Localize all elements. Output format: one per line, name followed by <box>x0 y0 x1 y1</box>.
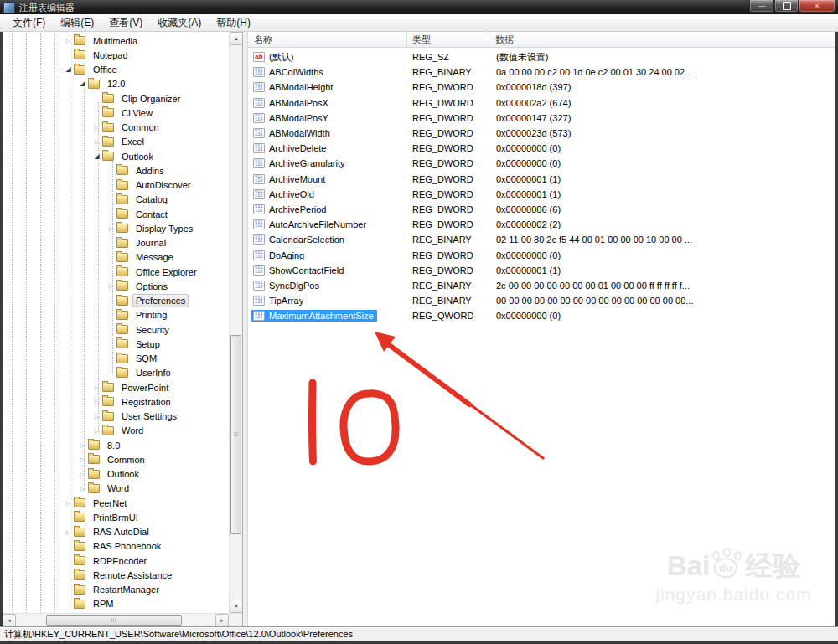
expand-collapsed-icon[interactable]: ▷ <box>91 399 102 404</box>
value-row-tiparray[interactable]: 011110TipArrayREG_BINARY00 00 00 00 00 0… <box>248 293 835 308</box>
value-row-syncdlgpos[interactable]: 011110SyncDlgPosREG_BINARY2c 00 00 00 00… <box>248 278 835 293</box>
tree-item-outlook[interactable]: ▷Outlook <box>3 467 229 482</box>
tree-horizontal-scrollbar[interactable]: ◄ ► <box>3 613 242 626</box>
scroll-right-button[interactable]: ► <box>215 614 229 626</box>
scroll-left-button[interactable]: ◄ <box>3 614 16 626</box>
expand-collapsed-icon[interactable]: ▷ <box>63 529 74 535</box>
tree-item-preferences[interactable]: Preferences <box>3 294 229 308</box>
tree-item-peernet[interactable]: ▷PeerNet <box>3 496 229 510</box>
vertical-scroll-thumb[interactable] <box>230 335 241 534</box>
value-row-abcolwidths[interactable]: 011110ABColWidthsREG_BINARY0a 00 00 00 c… <box>248 64 835 80</box>
tree-item-printbrmui[interactable]: PrintBrmUI <box>3 510 229 524</box>
value-row-archivegranularity[interactable]: 011110ArchiveGranularityREG_DWORD0x00000… <box>248 156 835 171</box>
tree-item-registration[interactable]: ▷Registration <box>3 394 229 409</box>
tree-item-excel[interactable]: ▷Excel <box>3 135 229 149</box>
tree-label: Word <box>104 482 132 495</box>
horizontal-scroll-thumb[interactable] <box>46 615 182 626</box>
expand-collapsed-icon[interactable]: ▷ <box>63 500 74 506</box>
maximize-button[interactable] <box>774 0 799 13</box>
tree-item-contact[interactable]: Contact <box>3 207 229 221</box>
tree-item-common[interactable]: ▷Common <box>3 121 229 135</box>
expand-collapsed-icon[interactable]: ▷ <box>91 384 102 390</box>
expand-collapsed-icon[interactable]: ▷ <box>91 139 102 145</box>
folder-icon <box>74 600 85 609</box>
expand-collapsed-icon[interactable]: ▷ <box>106 225 116 231</box>
value-row-archiveperiod[interactable]: 011110ArchivePeriodREG_DWORD0x00000006 (… <box>248 202 835 217</box>
column-header-type[interactable]: 类型 <box>407 32 489 47</box>
tree-item-rpm[interactable]: RPM <box>3 597 229 611</box>
expand-collapsed-icon[interactable]: ▷ <box>77 456 88 462</box>
scroll-down-button[interactable]: ▼ <box>230 600 243 613</box>
expand-collapsed-icon[interactable]: ▷ <box>91 125 102 131</box>
expand-collapsed-icon[interactable]: ▷ <box>91 414 102 420</box>
menu-item[interactable]: 文件(F) <box>5 14 53 32</box>
tree-item-autodiscover[interactable]: AutoDiscover <box>3 178 229 193</box>
tree-item-clview[interactable]: CLView <box>3 106 229 120</box>
expand-collapsed-icon[interactable]: ▷ <box>77 471 88 477</box>
value-row-abmodalwidth[interactable]: 011110ABModalWidthREG_DWORD0x0000023d (5… <box>248 126 835 141</box>
tree-item-office[interactable]: ◢Office <box>3 63 229 77</box>
value-row-abmodalheight[interactable]: 011110ABModalHeightREG_DWORD0x0000018d (… <box>248 80 835 95</box>
tree-item-restartmanager[interactable]: RestartManager <box>3 583 229 597</box>
folder-icon <box>88 470 100 479</box>
tree-item-security[interactable]: Security <box>3 322 229 337</box>
tree-item-journal[interactable]: Journal <box>3 236 229 250</box>
expand-expanded-icon[interactable]: ◢ <box>77 80 88 87</box>
tree-item-rdpencoder[interactable]: RDPEncoder <box>3 554 229 568</box>
value-row-calendarselection[interactable]: 011110CalendarSelectionREG_BINARY02 11 0… <box>248 232 835 247</box>
menu-item[interactable]: 收藏夹(A) <box>150 14 209 32</box>
tree-item-notepad[interactable]: Notepad <box>3 48 229 62</box>
value-data: 00 00 00 00 00 00 00 00 00 00 00 00 00 0… <box>489 296 835 306</box>
column-header-data[interactable]: 数据 <box>489 32 835 47</box>
value-row-archivemount[interactable]: 011110ArchiveMountREG_DWORD0x00000001 (1… <box>248 172 835 187</box>
expand-collapsed-icon[interactable]: ▷ <box>77 442 88 448</box>
tree-item-userinfo[interactable]: UserInfo <box>3 366 229 380</box>
value-row-doaging[interactable]: 011110DoAgingREG_DWORD0x00000000 (0) <box>248 247 835 262</box>
tree-item-ras-autodial[interactable]: ▷RAS AutoDial <box>3 525 229 539</box>
tree-item-common[interactable]: ▷Common <box>3 452 229 466</box>
tree-item-multimedia[interactable]: ▷Multimedia <box>3 33 229 48</box>
tree-item-options[interactable]: ▷Options <box>3 279 229 293</box>
tree-item-ras-phonebook[interactable]: RAS Phonebook <box>3 539 229 554</box>
tree-item-clip-organizer[interactable]: Clip Organizer <box>3 91 229 106</box>
expand-collapsed-icon[interactable]: ▷ <box>91 428 102 434</box>
tree-item-8-0[interactable]: ▷8.0 <box>3 438 229 452</box>
tree-item-setup[interactable]: Setup <box>3 337 229 351</box>
tree-item-powerpoint[interactable]: ▷PowerPoint <box>3 380 229 394</box>
tree-item-message[interactable]: Message <box>3 250 229 265</box>
expand-collapsed-icon[interactable]: ▷ <box>77 486 88 492</box>
menu-item[interactable]: 帮助(H) <box>209 14 258 32</box>
menu-item[interactable]: 查看(V) <box>101 14 150 32</box>
tree-vertical-scrollbar[interactable]: ▲ ▼ <box>229 32 242 613</box>
value-row-[interactable]: ab(默认)REG_SZ(数值未设置) <box>248 49 835 64</box>
value-row-maximumattachmentsize[interactable]: 011110MaximumAttachmentSizeREG_QWORD0x00… <box>248 308 835 323</box>
expand-expanded-icon[interactable]: ◢ <box>91 153 102 160</box>
column-header-name[interactable]: 名称 <box>248 32 407 47</box>
expand-collapsed-icon[interactable]: ▷ <box>63 38 74 44</box>
value-row-showcontactfield[interactable]: 011110ShowContactFieldREG_DWORD0x0000000… <box>248 263 835 278</box>
value-row-abmodalposy[interactable]: 011110ABModalPosYREG_DWORD0x00000147 (32… <box>248 111 835 126</box>
expand-expanded-icon[interactable]: ◢ <box>63 66 74 73</box>
tree-item-printing[interactable]: Printing <box>3 308 229 322</box>
value-row-abmodalposx[interactable]: 011110ABModalPosXREG_DWORD0x000002a2 (67… <box>248 95 835 111</box>
value-row-archiveold[interactable]: 011110ArchiveOldREG_DWORD0x00000001 (1) <box>248 187 835 202</box>
tree-item-sqm[interactable]: SQM <box>3 352 229 366</box>
tree-item-user-settings[interactable]: ▷User Settings <box>3 410 229 424</box>
menu-item[interactable]: 编辑(E) <box>53 14 101 32</box>
tree-item-outlook[interactable]: ◢Outlook <box>3 149 229 163</box>
tree-item-word[interactable]: ▷Word <box>3 482 229 496</box>
tree-item-catalog[interactable]: Catalog <box>3 193 229 207</box>
scroll-up-button[interactable]: ▲ <box>230 32 243 45</box>
tree-item-remote-assistance[interactable]: Remote Assistance <box>3 568 229 582</box>
value-type: REG_DWORD <box>407 98 489 108</box>
tree-item-addins[interactable]: Addins <box>3 163 229 178</box>
tree-item-display-types[interactable]: ▷Display Types <box>3 221 229 235</box>
value-row-archivedelete[interactable]: 011110ArchiveDeleteREG_DWORD0x00000000 (… <box>248 141 835 156</box>
value-row-autoarchivefilenumber[interactable]: 011110AutoArchiveFileNumberREG_DWORD0x00… <box>248 217 835 232</box>
expand-collapsed-icon[interactable]: ▷ <box>106 283 116 289</box>
minimize-button[interactable]: — <box>749 0 774 13</box>
tree-item-word[interactable]: ▷Word <box>3 424 229 438</box>
close-button[interactable]: × <box>799 0 835 13</box>
tree-item-office-explorer[interactable]: Office Explorer <box>3 265 229 279</box>
tree-item-12-0[interactable]: ◢12.0 <box>3 77 229 91</box>
